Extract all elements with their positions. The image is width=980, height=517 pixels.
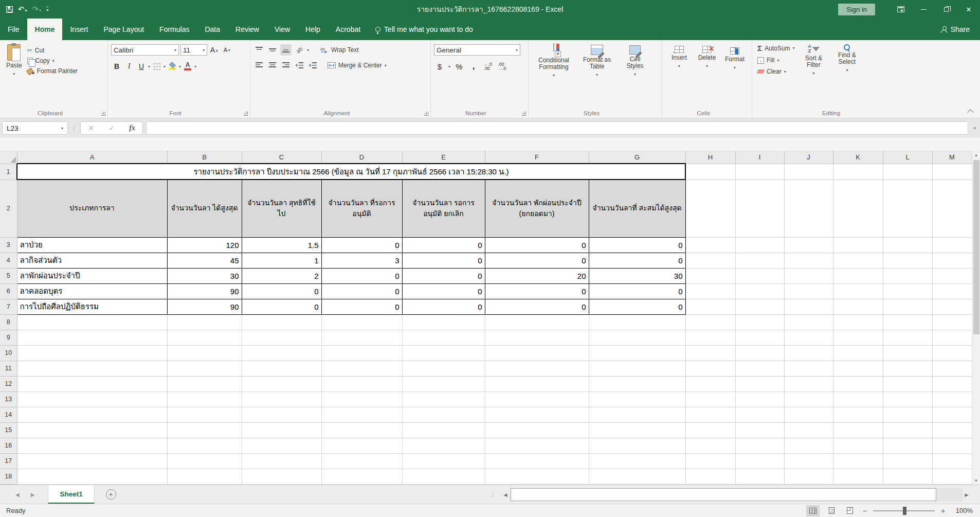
clipboard-dialog-launcher[interactable] (101, 112, 105, 116)
insert-cells-button[interactable]: ← Insert▾ (665, 44, 693, 72)
column-header-H[interactable]: H (685, 151, 735, 164)
cell[interactable] (932, 376, 972, 391)
cell[interactable] (784, 164, 833, 180)
cell[interactable] (833, 438, 883, 453)
cell[interactable] (485, 330, 589, 345)
cell[interactable] (784, 345, 833, 361)
cell[interactable] (735, 283, 784, 299)
cell-A6[interactable]: ลาคลอดบุตร (17, 283, 167, 299)
cell-G3[interactable]: 0 (589, 237, 685, 253)
row-header-4[interactable]: 4 (0, 253, 17, 268)
borders-dropdown[interactable]: ▾ (164, 64, 166, 69)
wrap-text-button[interactable]: ab Wrap Text (318, 45, 361, 55)
cell[interactable] (321, 422, 402, 438)
autosum-button[interactable]: ΣAutoSum▾ (755, 42, 796, 54)
cell[interactable] (784, 469, 833, 484)
cell[interactable] (685, 422, 735, 438)
cell[interactable] (883, 237, 932, 253)
cell[interactable] (735, 469, 784, 484)
font-color-dropdown[interactable]: ▾ (194, 64, 196, 69)
cell[interactable] (321, 314, 402, 330)
cell[interactable] (242, 407, 321, 422)
cell[interactable] (735, 438, 784, 453)
cell[interactable] (242, 376, 321, 391)
zoom-out-button[interactable]: − (862, 507, 868, 515)
column-header-A[interactable]: A (17, 151, 167, 164)
cell[interactable] (784, 237, 833, 253)
cell[interactable] (735, 253, 784, 268)
cell[interactable] (932, 283, 972, 299)
cell-C7[interactable]: 0 (242, 299, 321, 314)
cell[interactable] (17, 422, 167, 438)
cell-G4[interactable]: 0 (589, 253, 685, 268)
table-header-B[interactable]: จำนวนวันลา ได้สูงสุด (167, 180, 242, 237)
cell[interactable] (883, 180, 932, 237)
cell[interactable] (685, 314, 735, 330)
cell[interactable] (167, 453, 242, 469)
cell[interactable] (485, 438, 589, 453)
cell[interactable] (485, 422, 589, 438)
restore-button[interactable] (935, 0, 957, 19)
cell[interactable] (784, 283, 833, 299)
sheet-tab-sheet1[interactable]: Sheet1 (48, 485, 94, 504)
cell[interactable] (784, 314, 833, 330)
cell[interactable] (883, 330, 932, 345)
cell[interactable] (167, 314, 242, 330)
cell[interactable] (167, 361, 242, 376)
cut-button[interactable]: ✂Cut (25, 45, 80, 56)
cell[interactable] (485, 314, 589, 330)
cell[interactable] (589, 407, 685, 422)
tab-review[interactable]: Review (228, 19, 267, 40)
cell[interactable] (685, 345, 735, 361)
row-header-8[interactable]: 8 (0, 314, 17, 330)
sign-in-button[interactable]: Sign in (838, 4, 875, 15)
conditional-formatting-button[interactable]: ≠ Conditional Formatting▾ (532, 42, 576, 81)
cell[interactable] (784, 361, 833, 376)
cell[interactable] (589, 453, 685, 469)
font-color-button[interactable]: A (182, 61, 193, 72)
sort-filter-button[interactable]: AZ Sort & Filter▾ (796, 42, 830, 79)
fill-color-button[interactable] (167, 61, 178, 72)
cell-A5[interactable]: ลาพักผ่อนประจำปี (17, 268, 167, 283)
cell-B7[interactable]: 90 (167, 299, 242, 314)
column-header-I[interactable]: I (735, 151, 784, 164)
cell[interactable] (735, 237, 784, 253)
cell-A3[interactable]: ลาป่วย (17, 237, 167, 253)
align-left-button[interactable] (253, 60, 265, 71)
cell[interactable] (735, 407, 784, 422)
cell-D7[interactable]: 0 (321, 299, 402, 314)
cell[interactable] (589, 391, 685, 407)
cell[interactable] (735, 391, 784, 407)
decrease-decimal-button[interactable]: .00→.0 (497, 61, 508, 72)
cell[interactable] (833, 376, 883, 391)
cell[interactable] (402, 345, 485, 361)
minimize-button[interactable] (912, 0, 935, 19)
cell[interactable] (17, 330, 167, 345)
cell-G6[interactable]: 0 (589, 283, 685, 299)
cell-D4[interactable]: 3 (321, 253, 402, 268)
cell[interactable] (321, 330, 402, 345)
cell[interactable] (833, 314, 883, 330)
table-header-E[interactable]: จำนวนวันลา รอการอนุมัติ ยกเลิก (402, 180, 485, 237)
cell[interactable] (589, 438, 685, 453)
row-header-15[interactable]: 15 (0, 422, 17, 438)
cell[interactable] (932, 422, 972, 438)
share-button[interactable]: Share (931, 19, 980, 40)
name-box[interactable]: L23▾ (2, 121, 68, 135)
cell[interactable] (485, 469, 589, 484)
zoom-in-button[interactable]: + (940, 507, 946, 515)
cell[interactable] (402, 391, 485, 407)
row-header-2[interactable]: 2 (0, 180, 17, 237)
italic-button[interactable]: I (123, 61, 135, 72)
cell[interactable] (685, 469, 735, 484)
cell[interactable] (685, 453, 735, 469)
cell[interactable] (735, 268, 784, 283)
cell[interactable] (784, 453, 833, 469)
cell[interactable] (685, 180, 735, 237)
horizontal-scroll-thumb[interactable] (511, 488, 936, 501)
cell-F6[interactable]: 0 (485, 283, 589, 299)
orientation-dropdown[interactable]: ▾ (307, 48, 309, 52)
cell[interactable] (833, 164, 883, 180)
vertical-scroll-thumb[interactable] (973, 160, 979, 334)
cancel-entry-button[interactable]: ✕ (81, 124, 101, 132)
